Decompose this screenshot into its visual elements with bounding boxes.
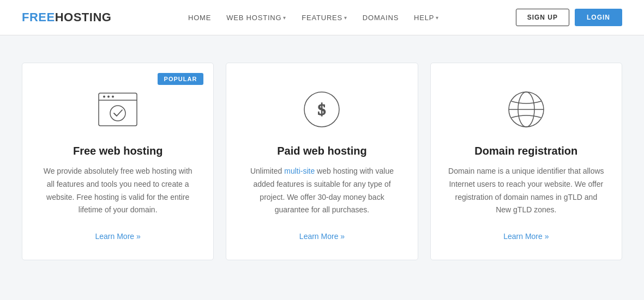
browser-icon [93, 85, 142, 134]
card-free-hosting: POPULAR Free web hosting We provide [22, 63, 214, 260]
signup-button[interactable]: SIGN UP [516, 9, 569, 26]
card-paid-hosting-desc: Unlimited multi-site web hosting with va… [243, 165, 401, 217]
svg-point-3 [107, 96, 110, 98]
svg-point-4 [112, 96, 114, 98]
nav-domains[interactable]: DOMAINS [363, 14, 399, 22]
nav-home[interactable]: HOME [188, 14, 211, 22]
logo: FREEHOSTING [22, 10, 111, 25]
header-buttons: SIGN UP LOGIN [516, 9, 622, 26]
popular-badge: POPULAR [158, 73, 204, 85]
main-nav: HOME WEB HOSTING FEATURES DOMAINS HELP [188, 14, 439, 22]
svg-point-2 [103, 96, 105, 98]
card-free-hosting-learn-more[interactable]: Learn More » [95, 232, 141, 241]
svg-text:$: $ [318, 100, 326, 118]
cards-grid: POPULAR Free web hosting We provide [22, 63, 622, 260]
globe-icon [502, 85, 551, 134]
nav-features[interactable]: FEATURES [302, 14, 347, 22]
card-paid-hosting-title: Paid web hosting [277, 145, 366, 157]
dollar-icon: $ [297, 85, 346, 134]
card-domain: Domain registration Domain name is a uni… [430, 63, 622, 260]
nav-help[interactable]: HELP [414, 14, 439, 22]
logo-free: FREE [22, 10, 55, 24]
card-domain-learn-more[interactable]: Learn More » [503, 232, 549, 241]
login-button[interactable]: LOGIN [575, 9, 622, 26]
card-free-hosting-title: Free web hosting [73, 145, 162, 157]
svg-point-5 [110, 106, 125, 121]
card-paid-hosting-learn-more[interactable]: Learn More » [299, 232, 345, 241]
nav-web-hosting[interactable]: WEB HOSTING [226, 14, 286, 22]
card-domain-title: Domain registration [474, 145, 577, 157]
card-domain-desc: Domain name is a unique identifier that … [447, 165, 605, 217]
logo-hosting: HOSTING [55, 10, 112, 24]
card-free-hosting-desc: We provide absolutely free web hosting w… [39, 165, 197, 217]
card-paid-hosting: $ Paid web hosting Unlimited multi-site … [226, 63, 418, 260]
